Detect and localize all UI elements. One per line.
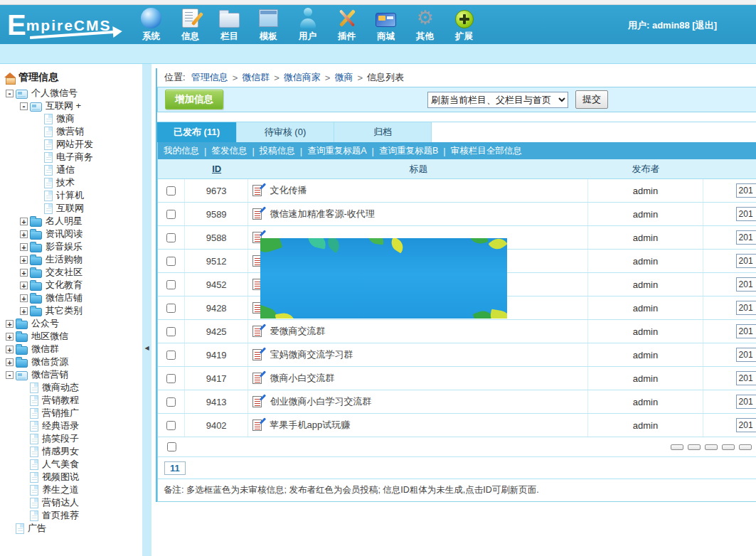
row-checkbox[interactable] <box>166 186 176 196</box>
row-title-link[interactable]: 宝妈微商交流学习群 <box>270 348 353 361</box>
row-title-link[interactable]: 微信速加精准客源-收代理 <box>270 208 374 220</box>
edit-doc-icon[interactable] <box>252 419 262 431</box>
row-date-input[interactable] <box>736 254 756 268</box>
row-id-link[interactable]: 9425 <box>206 326 227 337</box>
tree-item[interactable]: 营销达人 <box>4 496 142 509</box>
filter-link[interactable]: 我的信息 <box>164 145 199 157</box>
tree-item[interactable]: 生活购物 <box>4 253 142 266</box>
tree-item[interactable]: 微营销 <box>4 125 142 138</box>
row-title-link[interactable]: 创业微商小白学习交流群 <box>270 395 371 408</box>
header-menu-item[interactable]: 扩展 <box>444 6 484 43</box>
tree-node-label[interactable]: 地区微信 <box>31 330 68 343</box>
tree-item[interactable]: 微信货源 <box>4 355 142 368</box>
tree-expander-icon[interactable] <box>20 307 28 315</box>
tree-node-label[interactable]: 微信货源 <box>31 355 68 368</box>
tree-expander-icon[interactable] <box>20 243 28 251</box>
row-date-input[interactable] <box>736 324 756 338</box>
tree-node-label[interactable]: 营销达人 <box>42 496 79 509</box>
row-checkbox[interactable] <box>166 280 176 289</box>
tree-node-label[interactable]: 搞笑段子 <box>42 432 79 445</box>
breadcrumb-link[interactable]: 微信商家 <box>284 71 321 84</box>
header-menu-item[interactable]: 模板 <box>249 6 288 43</box>
header-menu-item[interactable]: 栏目 <box>210 6 249 43</box>
tree-item[interactable]: 互联网 + <box>4 100 142 112</box>
tree-item[interactable]: 互联网 <box>4 202 142 215</box>
row-date-input[interactable] <box>736 395 756 409</box>
tree-node-label[interactable]: 文化教育 <box>46 279 82 292</box>
edit-doc-icon[interactable] <box>252 373 262 384</box>
tree-node-label[interactable]: 人气美食 <box>42 458 79 471</box>
logout-link[interactable]: [退出] <box>692 20 717 31</box>
page-number[interactable]: 11 <box>164 461 186 475</box>
select-all-checkbox[interactable] <box>167 442 176 451</box>
row-title-link[interactable]: 微商小白交流群 <box>270 372 334 385</box>
header-menu-item[interactable]: 系统 <box>132 6 171 43</box>
tree-node-label[interactable]: 计算机 <box>56 189 84 202</box>
tree-expander-icon[interactable] <box>6 346 14 353</box>
row-checkbox[interactable] <box>166 421 176 430</box>
filter-link[interactable]: 查询重复标题B <box>379 145 438 157</box>
tree-expander-icon[interactable] <box>6 371 14 379</box>
tree-item[interactable]: 网站开发 <box>4 138 142 151</box>
tree-item[interactable]: 微信群 <box>4 343 142 355</box>
tree-expander-icon[interactable] <box>6 333 14 341</box>
tree-node-label[interactable]: 微信群 <box>31 343 59 355</box>
tree-node-label[interactable]: 其它类别 <box>46 304 82 317</box>
filter-link[interactable]: 投稿信息 <box>260 145 295 157</box>
tree-item[interactable]: 公众号 <box>4 317 142 330</box>
tree-node-label[interactable]: 首页推荐 <box>42 509 79 522</box>
tree-item[interactable]: 经典语录 <box>4 419 142 432</box>
row-id-link[interactable]: 9417 <box>206 373 227 384</box>
edit-doc-icon[interactable] <box>252 396 262 407</box>
tree-node-label[interactable]: 生活购物 <box>46 253 82 266</box>
filter-link[interactable]: 查询重复标题A <box>307 145 366 157</box>
status-tab[interactable]: 待审核 (0) <box>237 122 334 142</box>
row-title-link[interactable]: 爱微商交流群 <box>270 325 325 338</box>
tree-node-label[interactable]: 微营销 <box>56 125 84 138</box>
row-id-link[interactable]: 9452 <box>206 279 227 290</box>
tree-item[interactable]: 养生之道 <box>4 483 142 496</box>
tree-item[interactable]: 交友社区 <box>4 266 142 279</box>
status-tab[interactable]: 归档 <box>334 122 432 142</box>
tree-item[interactable]: 其它类别 <box>4 304 142 317</box>
header-menu-item[interactable]: 信息 <box>171 6 210 43</box>
row-date-input[interactable] <box>736 277 756 292</box>
row-id-link[interactable]: 9589 <box>206 209 227 220</box>
column-header-id[interactable]: ID <box>212 164 221 174</box>
row-checkbox[interactable] <box>166 327 176 336</box>
tree-expander-icon[interactable] <box>6 358 14 366</box>
row-checkbox[interactable] <box>166 397 176 407</box>
tree-expander-icon[interactable] <box>20 218 28 225</box>
tree-node-label[interactable]: 养生之道 <box>42 483 79 496</box>
tree-item[interactable]: 广告 <box>4 522 142 535</box>
tree-node-label[interactable]: 营销教程 <box>42 394 79 407</box>
tree-expander-icon[interactable] <box>20 294 28 302</box>
row-title-link[interactable]: 苹果手机app试玩赚 <box>270 419 350 432</box>
tree-node-label[interactable]: 电子商务 <box>56 151 93 164</box>
row-id-link[interactable]: 9402 <box>206 420 227 431</box>
row-checkbox[interactable] <box>166 210 176 219</box>
tree-item[interactable]: 通信 <box>4 164 142 176</box>
tree-node-label[interactable]: 微信营销 <box>31 368 68 381</box>
sidebar-title[interactable]: 管理信息 <box>0 68 142 87</box>
batch-action-button[interactable] <box>671 444 683 450</box>
tree-expander-icon[interactable] <box>20 102 28 110</box>
tree-node-label[interactable]: 营销推广 <box>42 407 79 419</box>
edit-doc-icon[interactable] <box>252 208 262 220</box>
row-id-link[interactable]: 9673 <box>206 186 227 196</box>
edit-doc-icon[interactable] <box>252 349 262 360</box>
tree-item[interactable]: 个人微信号 <box>4 87 142 100</box>
tree-item[interactable]: 资讯阅读 <box>4 228 142 240</box>
row-date-input[interactable] <box>736 348 756 362</box>
tree-node-label[interactable]: 微商动态 <box>42 381 79 394</box>
row-title-link[interactable]: 文化传播 <box>270 184 307 197</box>
filter-link[interactable]: 签发信息 <box>211 145 247 157</box>
batch-action-button[interactable] <box>688 444 701 450</box>
row-date-input[interactable] <box>736 371 756 385</box>
row-date-input[interactable] <box>736 418 756 432</box>
tree-node-label[interactable]: 互联网 <box>56 202 84 215</box>
tree-item[interactable]: 微信营销 <box>4 368 142 381</box>
tree-item[interactable]: 名人明星 <box>4 215 142 228</box>
tree-node-label[interactable]: 经典语录 <box>42 419 79 432</box>
tree-expander-icon[interactable] <box>6 320 14 328</box>
